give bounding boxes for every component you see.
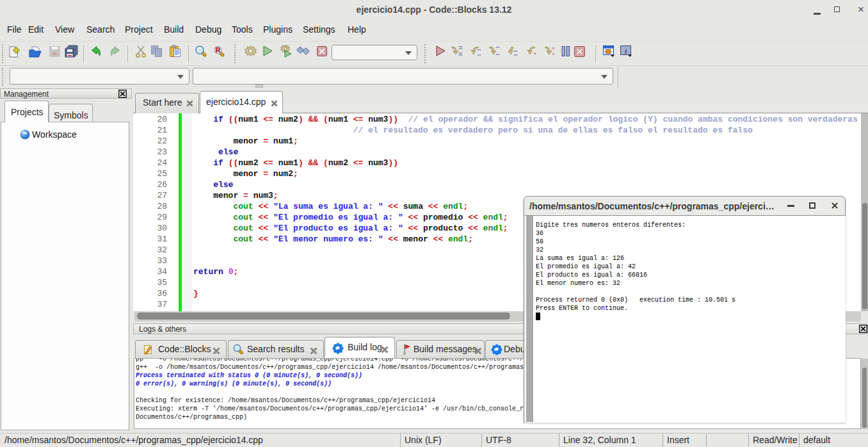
svg-text:R: R: [216, 46, 221, 54]
